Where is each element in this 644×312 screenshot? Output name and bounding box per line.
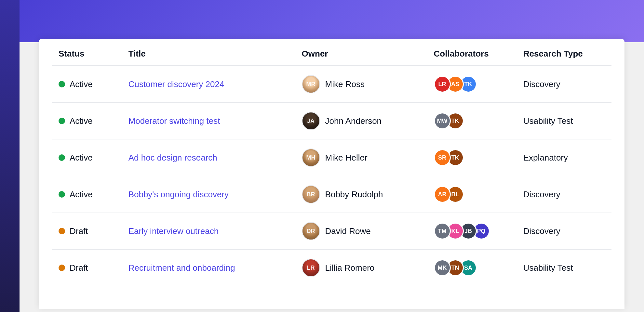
table-row[interactable]: Draft Recruitment and onboarding LR Lill… — [52, 250, 611, 286]
table-row[interactable]: Active Customer discovery 2024 MR Mike R… — [52, 66, 611, 103]
project-title-link[interactable]: Customer discovery 2024 — [128, 79, 224, 89]
project-title-link[interactable]: Moderator switching test — [128, 116, 220, 126]
table-row[interactable]: Active Moderator switching test JA John … — [52, 103, 611, 139]
table-row[interactable]: Active Ad hoc design research MH Mike He… — [52, 139, 611, 176]
table-row[interactable]: Draft Early interview outreach DR David … — [52, 213, 611, 250]
column-header-title: Title — [122, 39, 295, 66]
research-type-cell: Discovery — [517, 66, 611, 103]
collaborators-cell: MW TK — [427, 103, 517, 139]
column-header-collaborators: Collaborators — [427, 39, 517, 66]
title-cell[interactable]: Ad hoc design research — [122, 139, 295, 176]
title-cell[interactable]: Bobby's ongoing discovery — [122, 176, 295, 213]
status-dot — [59, 265, 65, 271]
content-area: Status Title Owner Collaborators Researc… — [20, 0, 644, 312]
column-header-owner: Owner — [295, 39, 427, 66]
table-row[interactable]: Active Bobby's ongoing discovery BR Bobb… — [52, 176, 611, 213]
project-title-link[interactable]: Ad hoc design research — [128, 153, 217, 162]
title-cell[interactable]: Early interview outreach — [122, 213, 295, 250]
collaborators-cell: LR AS TK — [427, 66, 517, 103]
owner-name: Mike Heller — [325, 153, 368, 163]
status-dot — [59, 118, 65, 124]
project-title-link[interactable]: Early interview outreach — [128, 226, 219, 236]
projects-table: Status Title Owner Collaborators Researc… — [52, 39, 611, 286]
owner-name: Lillia Romero — [325, 263, 375, 273]
status-cell: Active — [52, 103, 122, 139]
collaborator-avatar: TM — [434, 223, 451, 240]
left-sidebar — [0, 0, 20, 312]
owner-avatar: MR — [302, 75, 320, 93]
research-type-cell: Usability Test — [517, 250, 611, 286]
owner-initials: MH — [306, 154, 315, 161]
owner-cell: BR Bobby Rudolph — [295, 176, 427, 213]
research-type-label: Usability Test — [523, 263, 573, 273]
status-cell: Draft — [52, 250, 122, 286]
collaborator-avatar: SR — [434, 149, 451, 166]
collaborators-cell: AR BL — [427, 176, 517, 213]
column-header-research-type: Research Type — [517, 39, 611, 66]
owner-cell: LR Lillia Romero — [295, 250, 427, 286]
owner-avatar: DR — [302, 222, 320, 240]
owner-avatar: LR — [302, 259, 320, 277]
owner-initials: DR — [307, 228, 315, 235]
main-container: Status Title Owner Collaborators Researc… — [39, 39, 624, 309]
collaborators-cell: SR TK — [427, 139, 517, 176]
research-type-cell: Discovery — [517, 176, 611, 213]
owner-avatar: BR — [302, 185, 320, 203]
research-type-cell: Explanatory — [517, 139, 611, 176]
research-type-label: Explanatory — [523, 153, 568, 162]
owner-cell: MH Mike Heller — [295, 139, 427, 176]
table-wrapper: Status Title Owner Collaborators Researc… — [39, 39, 624, 286]
collaborator-avatar: MW — [434, 112, 451, 129]
research-type-label: Discovery — [523, 226, 560, 236]
owner-avatar: MH — [302, 149, 320, 167]
owner-cell: DR David Rowe — [295, 213, 427, 250]
owner-name: Mike Ross — [325, 79, 365, 89]
owner-initials: LR — [307, 265, 315, 271]
status-label: Draft — [70, 263, 88, 273]
research-type-label: Discovery — [523, 79, 560, 89]
status-dot — [59, 154, 65, 161]
header-background — [20, 0, 644, 42]
research-type-cell: Discovery — [517, 213, 611, 250]
collaborator-avatar: MK — [434, 259, 451, 276]
project-title-link[interactable]: Recruitment and onboarding — [128, 263, 235, 273]
owner-initials: JA — [307, 118, 315, 124]
status-label: Active — [70, 79, 93, 89]
owner-cell: MR Mike Ross — [295, 66, 427, 103]
owner-name: John Anderson — [325, 116, 382, 126]
collaborator-avatar: LR — [434, 76, 451, 93]
status-cell: Draft — [52, 213, 122, 250]
status-dot — [59, 81, 65, 87]
collaborators-cell: MK TN SA — [427, 250, 517, 286]
owner-name: Bobby Rudolph — [325, 189, 383, 200]
research-type-label: Usability Test — [523, 116, 573, 126]
owner-cell: JA John Anderson — [295, 103, 427, 139]
title-cell[interactable]: Recruitment and onboarding — [122, 250, 295, 286]
status-cell: Active — [52, 139, 122, 176]
page-wrapper: Status Title Owner Collaborators Researc… — [0, 0, 644, 312]
title-cell[interactable]: Moderator switching test — [122, 103, 295, 139]
status-cell: Active — [52, 176, 122, 213]
status-label: Active — [70, 189, 93, 200]
research-type-label: Discovery — [523, 189, 560, 199]
column-header-status: Status — [52, 39, 122, 66]
research-type-cell: Usability Test — [517, 103, 611, 139]
status-label: Draft — [70, 226, 88, 236]
project-title-link[interactable]: Bobby's ongoing discovery — [128, 189, 229, 199]
title-cell[interactable]: Customer discovery 2024 — [122, 66, 295, 103]
owner-name: David Rowe — [325, 226, 371, 236]
status-dot — [59, 228, 65, 234]
table-header-row: Status Title Owner Collaborators Researc… — [52, 39, 611, 66]
owner-initials: BR — [307, 191, 315, 198]
collaborator-avatar: AR — [434, 186, 451, 203]
collaborators-cell: TM KL JB PQ — [427, 213, 517, 250]
owner-initials: MR — [306, 81, 315, 88]
status-cell: Active — [52, 66, 122, 103]
owner-avatar: JA — [302, 112, 320, 130]
status-dot — [59, 191, 65, 198]
status-label: Active — [70, 153, 93, 163]
status-label: Active — [70, 116, 93, 126]
